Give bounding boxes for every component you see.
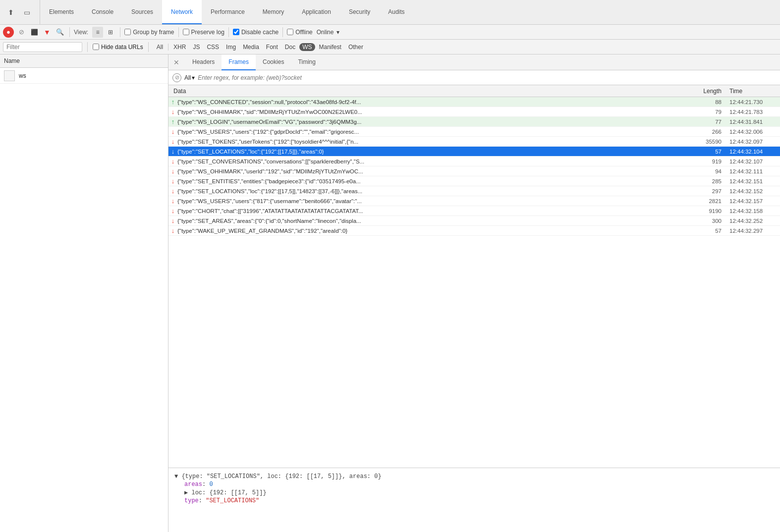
ftype-other[interactable]: Other	[345, 43, 366, 51]
data-row[interactable]: ↑{"type":"WS_LOGIN","usernameOrEmail":"V…	[168, 117, 780, 127]
down-arrow-icon: ↓	[168, 187, 177, 195]
down-arrow-icon: ↓	[168, 108, 177, 115]
data-row[interactable]: ↓{"type":"WAKE_UP_WERE_AT_GRANDMAS","id"…	[168, 226, 780, 236]
row-time: 12:44:32.151	[725, 178, 780, 184]
data-row[interactable]: ↓{"type":"SET_LOCATIONS","loc":{"192":[[…	[168, 147, 780, 157]
stop-button[interactable]: ⊘	[16, 27, 27, 38]
ftype-font[interactable]: Font	[263, 43, 281, 51]
row-text: {"type":"WS_LOGIN","usernameOrEmail":"VG…	[177, 119, 686, 125]
row-length: 94	[686, 168, 725, 174]
ftype-media[interactable]: Media	[240, 43, 262, 51]
row-length: 2821	[686, 198, 725, 204]
filter-sep2	[148, 42, 149, 52]
data-row[interactable]: ↓{"type":"WS_USERS","users":{"192":{"gdp…	[168, 127, 780, 137]
preview-type: type: "SET_LOCATIONS"	[174, 497, 774, 504]
all-select[interactable]: All ▾	[184, 74, 195, 81]
detail-close-button[interactable]: ✕	[171, 57, 181, 67]
tab-application[interactable]: Application	[293, 0, 340, 24]
ftype-css[interactable]: CSS	[204, 43, 222, 51]
tab-console[interactable]: Console	[83, 0, 122, 24]
ftype-ws[interactable]: WS	[299, 43, 315, 51]
data-row[interactable]: ↓{"type":"CHORT","chat":[["31996","ATATA…	[168, 206, 780, 216]
data-row[interactable]: ↑{"type":"WS_CONNECTED","session":null,"…	[168, 97, 780, 107]
ftype-all[interactable]: All	[154, 43, 166, 51]
row-text: {"type":"WS_OHHIMARK","userId":"192","si…	[177, 168, 686, 174]
search-button[interactable]: 🔍	[55, 27, 65, 38]
preview-areas: areas: 0	[174, 481, 774, 488]
data-rows: ↑{"type":"WS_CONNECTED","session":null,"…	[168, 97, 780, 468]
dtab-frames[interactable]: Frames	[222, 54, 256, 70]
filter-button[interactable]: ▼	[42, 27, 53, 38]
dtab-headers[interactable]: Headers	[185, 54, 222, 70]
data-table-header: Data Length Time	[168, 85, 780, 97]
row-time: 12:44:32.297	[725, 228, 780, 234]
data-row[interactable]: ↓{"type":"WS_OHHIMARK","userId":"192","s…	[168, 166, 780, 176]
cursor-icon[interactable]: ⬆	[4, 5, 18, 19]
down-arrow-icon: ↓	[168, 138, 177, 145]
down-arrow-icon: ↓	[168, 128, 177, 135]
right-panel: ✕ Headers Frames Cookies Timing ⊘ All ▾ …	[168, 54, 780, 532]
regex-input[interactable]	[198, 74, 776, 81]
preview-panel: ▼ {type: "SET_LOCATIONS", loc: {192: [[1…	[168, 468, 780, 532]
row-text: {"type":"WS_USERS","users":{"192":{"gdpr…	[177, 129, 686, 135]
tab-performance[interactable]: Performance	[202, 0, 254, 24]
ftype-xhr[interactable]: XHR	[170, 43, 189, 51]
view-list-button[interactable]: ≡	[92, 27, 103, 38]
ftype-manifest[interactable]: Manifest	[316, 43, 344, 51]
disable-cache-checkbox[interactable]: Disable cache	[233, 29, 279, 36]
data-row[interactable]: ↓{"type":"SET_TOKENS","userTokens":{"192…	[168, 137, 780, 147]
file-icon-ws	[4, 70, 15, 81]
down-arrow-icon: ↓	[168, 197, 177, 205]
data-row[interactable]: ↓{"type":"SET_LOCATIONS","loc":{"192":[[…	[168, 186, 780, 196]
main-content: Name ws ✕ Headers Frames Cookies Timing …	[0, 54, 780, 532]
length-col-header: Length	[686, 88, 725, 95]
online-label: Online	[317, 29, 334, 36]
dropdown-arrow[interactable]: ▾	[336, 29, 339, 36]
up-arrow-icon: ↑	[168, 118, 177, 125]
data-row[interactable]: ↓{"type":"WS_USERS","users":{"817":{"use…	[168, 196, 780, 206]
preserve-log-checkbox[interactable]: Preserve log	[183, 29, 224, 36]
tab-memory[interactable]: Memory	[254, 0, 293, 24]
top-nav: ⬆ ▭ Elements Console Sources Network Per…	[0, 0, 780, 25]
device-icon[interactable]: ▭	[20, 5, 34, 19]
row-text: {"type":"CHORT","chat":[["31996","ATATAT…	[177, 208, 686, 214]
filter-bar: Hide data URLs All XHR JS CSS Img Media …	[0, 40, 780, 54]
data-row[interactable]: ↓{"type":"WS_OHHIMARK","sid":"MDIlMzRjYT…	[168, 107, 780, 117]
left-panel: Name ws	[0, 54, 168, 532]
dtab-timing[interactable]: Timing	[291, 54, 323, 70]
data-row[interactable]: ↓{"type":"SET_ENTITIES","entities":{"bad…	[168, 176, 780, 186]
row-time: 12:44:32.104	[725, 149, 780, 155]
group-by-frame-checkbox[interactable]: Group by frame	[124, 29, 174, 36]
row-text: {"type":"SET_ENTITIES","entities":{"badg…	[177, 178, 686, 184]
camera-button[interactable]: ⬛	[29, 27, 40, 38]
ftype-doc[interactable]: Doc	[282, 43, 298, 51]
record-button[interactable]: ●	[3, 27, 14, 38]
ftype-js[interactable]: JS	[190, 43, 203, 51]
tab-sources[interactable]: Sources	[122, 0, 162, 24]
preview-line-1: ▼ {type: "SET_LOCATIONS", loc: {192: [[1…	[174, 473, 774, 480]
tab-security[interactable]: Security	[340, 0, 379, 24]
file-name-ws: ws	[19, 72, 26, 79]
data-row[interactable]: ↓{"type":"SET_CONVERSATIONS","conversati…	[168, 157, 780, 166]
ftype-img[interactable]: Img	[223, 43, 239, 51]
row-text: {"type":"SET_LOCATIONS","loc":{"192":[[1…	[177, 188, 686, 194]
file-row-ws[interactable]: ws	[0, 68, 168, 84]
tab-network[interactable]: Network	[162, 0, 202, 24]
offline-checkbox[interactable]: Offline	[287, 29, 312, 36]
row-text: {"type":"WAKE_UP_WERE_AT_GRANDMAS","id":…	[177, 228, 686, 234]
filter-input[interactable]	[3, 42, 82, 52]
preview-loc[interactable]: ▶ loc: {192: [[17, 5]]}	[174, 489, 774, 496]
detail-tabs: ✕ Headers Frames Cookies Timing	[168, 54, 780, 70]
frames-filter: ⊘ All ▾	[168, 70, 780, 85]
data-row[interactable]: ↓{"type":"SET_AREAS","areas":{"0":{"id":…	[168, 216, 780, 226]
view-grid-button[interactable]: ⊞	[105, 27, 116, 38]
down-arrow-icon: ↓	[168, 217, 177, 224]
row-time: 12:44:32.111	[725, 168, 780, 174]
separator2	[120, 27, 120, 37]
tab-elements[interactable]: Elements	[40, 0, 83, 24]
tab-audits[interactable]: Audits	[379, 0, 413, 24]
dtab-cookies[interactable]: Cookies	[256, 54, 291, 70]
hide-data-urls-checkbox[interactable]: Hide data URLs	[93, 44, 143, 51]
dropdown-icon[interactable]: ▾	[192, 74, 195, 81]
separator	[69, 27, 70, 37]
